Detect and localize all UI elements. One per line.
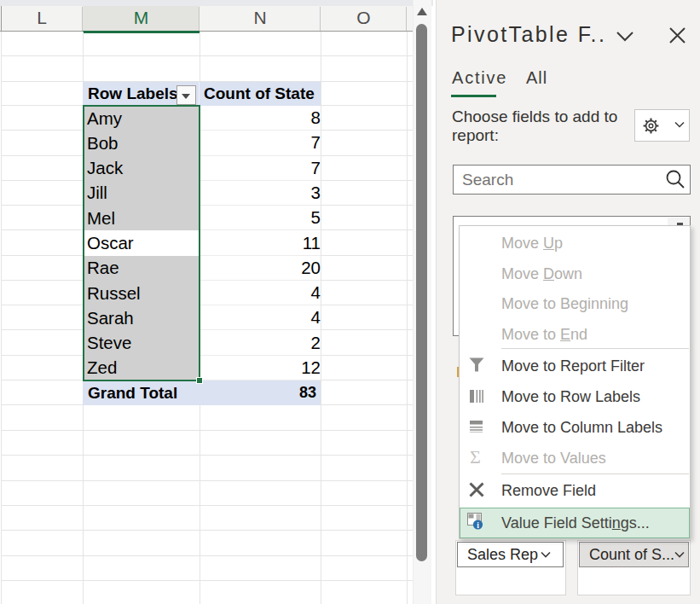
svg-text:i: i bbox=[477, 521, 479, 530]
